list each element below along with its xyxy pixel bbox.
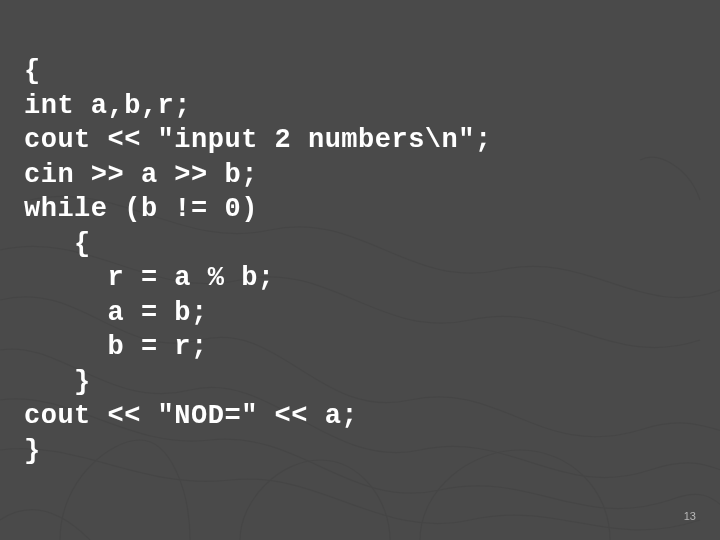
code-line: a = b; (24, 296, 696, 331)
code-line: { (24, 227, 696, 262)
code-block: { int a,b,r; cout << "input 2 numbers\n"… (0, 0, 720, 469)
code-line: cout << "input 2 numbers\n"; (24, 123, 696, 158)
code-line: } (24, 365, 696, 400)
code-line: } (24, 434, 696, 469)
code-line: while (b != 0) (24, 192, 696, 227)
code-line: b = r; (24, 330, 696, 365)
code-line: cin >> a >> b; (24, 158, 696, 193)
code-line: r = a % b; (24, 261, 696, 296)
code-line: cout << "NOD=" << a; (24, 399, 696, 434)
page-number: 13 (684, 510, 696, 522)
code-line: { (24, 54, 696, 89)
code-line: int a,b,r; (24, 89, 696, 124)
